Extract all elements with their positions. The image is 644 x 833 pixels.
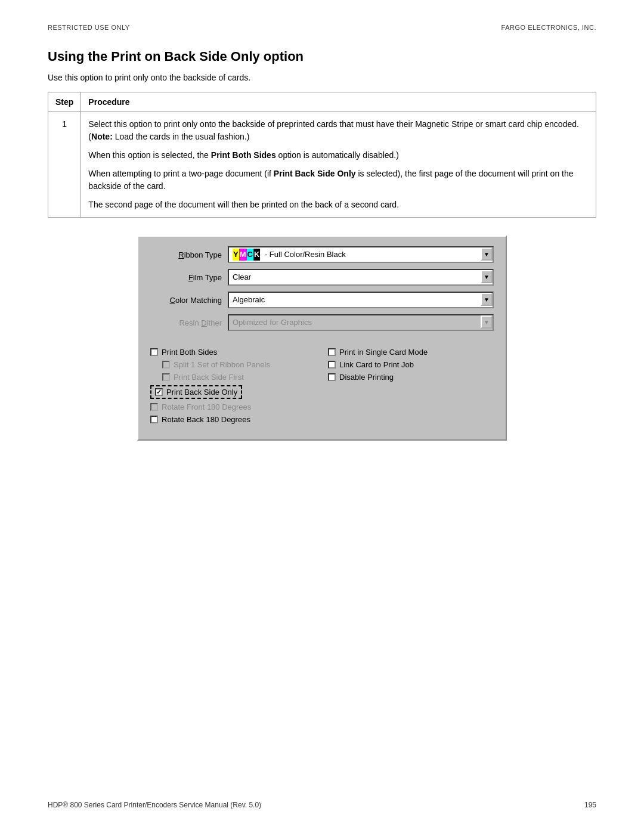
print-both-sides-row: Print Both Sides xyxy=(150,348,316,357)
dialog-panel: Ribbon Type YMCK - Full Color/Resin Blac… xyxy=(137,236,507,441)
split-ribbon-row: Split 1 Set of Ribbon Panels xyxy=(150,360,316,369)
ribbon-type-row: Ribbon Type YMCK - Full Color/Resin Blac… xyxy=(150,246,494,263)
rotate-front-label: Rotate Front 180 Degrees xyxy=(162,402,251,411)
rotate-back-label: Rotate Back 180 Degrees xyxy=(162,415,250,424)
print-back-only-label: Print Back Side Only xyxy=(166,388,237,397)
print-back-only-checkbox[interactable] xyxy=(155,388,163,396)
print-back-only-row: Print Back Side Only xyxy=(150,385,316,399)
disable-printing-row: Disable Printing xyxy=(328,373,494,382)
table-row: 1 Select this option to print only onto … xyxy=(48,112,596,218)
ribbon-type-dropdown[interactable]: YMCK - Full Color/Resin Black ▼ xyxy=(228,246,494,263)
checkboxes-section: Print Both Sides Split 1 Set of Ribbon P… xyxy=(150,348,494,428)
disable-printing-label: Disable Printing xyxy=(339,373,394,382)
ribbon-type-arrow[interactable]: ▼ xyxy=(481,247,493,261)
resin-dither-arrow[interactable]: ▼ xyxy=(481,315,493,329)
single-card-mode-row: Print in Single Card Mode xyxy=(328,348,494,357)
header-right: Fargo Electronics, Inc. xyxy=(501,24,596,31)
print-both-sides-label: Print Both Sides xyxy=(162,348,217,357)
ribbon-ymck-icon: YMCK xyxy=(233,249,260,261)
footer-left: HDP® 800 Series Card Printer/Encoders Se… xyxy=(48,801,261,809)
footer-right: 195 xyxy=(584,801,596,809)
film-type-label: Film Type xyxy=(150,273,228,282)
resin-dither-value: Optimized for Graphics xyxy=(229,315,481,330)
print-back-first-row: Print Back Side First xyxy=(150,373,316,382)
print-back-first-label: Print Back Side First xyxy=(174,373,244,382)
single-card-mode-label: Print in Single Card Mode xyxy=(339,348,428,357)
color-matching-label: Color Matching xyxy=(150,296,228,305)
color-matching-dropdown[interactable]: Algebraic ▼ xyxy=(228,292,494,308)
step-para-1: Select this option to print only onto th… xyxy=(88,118,589,143)
procedure-table: Step Procedure 1 Select this option to p… xyxy=(48,92,596,218)
color-matching-value: Algebraic xyxy=(229,293,481,307)
single-card-mode-checkbox[interactable] xyxy=(328,348,336,356)
intro-text: Use this option to print only onto the b… xyxy=(48,73,596,82)
rotate-front-row: Rotate Front 180 Degrees xyxy=(150,402,316,411)
split-ribbon-checkbox[interactable] xyxy=(162,361,170,368)
color-matching-row: Color Matching Algebraic ▼ xyxy=(150,292,494,308)
link-card-label: Link Card to Print Job xyxy=(339,360,414,369)
rotate-back-row: Rotate Back 180 Degrees xyxy=(150,415,316,424)
color-matching-arrow[interactable]: ▼ xyxy=(481,293,493,306)
col-step: Step xyxy=(48,92,81,112)
step-content: Select this option to print only onto th… xyxy=(81,112,596,218)
print-back-only-highlighted: Print Back Side Only xyxy=(150,385,242,399)
rotate-back-checkbox[interactable] xyxy=(150,416,158,423)
step-para-2: When this option is selected, the Print … xyxy=(88,149,589,162)
film-type-row: Film Type Clear ▼ xyxy=(150,269,494,286)
print-back-first-checkbox[interactable] xyxy=(162,373,170,381)
resin-dither-dropdown[interactable]: Optimized for Graphics ▼ xyxy=(228,314,494,331)
resin-dither-row: Resin Dither Optimized for Graphics ▼ xyxy=(150,314,494,331)
ribbon-type-label: Ribbon Type xyxy=(150,250,228,259)
disable-printing-checkbox[interactable] xyxy=(328,373,336,381)
rotate-front-checkbox[interactable] xyxy=(150,403,158,411)
link-card-row: Link Card to Print Job xyxy=(328,360,494,369)
resin-dither-label: Resin Dither xyxy=(150,318,228,327)
checkboxes-right: Print in Single Card Mode Link Card to P… xyxy=(328,348,494,428)
link-card-checkbox[interactable] xyxy=(328,361,336,368)
page-title: Using the Print on Back Side Only option xyxy=(48,49,596,64)
page-header: RESTRICTED USE ONLY Fargo Electronics, I… xyxy=(48,24,596,31)
page: RESTRICTED USE ONLY Fargo Electronics, I… xyxy=(0,0,644,833)
page-footer: HDP® 800 Series Card Printer/Encoders Se… xyxy=(48,801,596,809)
col-procedure: Procedure xyxy=(81,92,596,112)
step-para-4: The second page of the document will the… xyxy=(88,199,589,211)
step-para-3: When attempting to print a two-page docu… xyxy=(88,168,589,193)
step-number: 1 xyxy=(48,112,81,218)
header-left: RESTRICTED USE ONLY xyxy=(48,24,130,31)
film-type-dropdown[interactable]: Clear ▼ xyxy=(228,269,494,286)
film-type-value: Clear xyxy=(229,270,481,284)
print-both-sides-checkbox[interactable] xyxy=(150,348,158,356)
split-ribbon-label: Split 1 Set of Ribbon Panels xyxy=(174,360,270,369)
checkboxes-left: Print Both Sides Split 1 Set of Ribbon P… xyxy=(150,348,316,428)
ribbon-type-value: YMCK - Full Color/Resin Black xyxy=(229,247,481,262)
film-type-arrow[interactable]: ▼ xyxy=(481,270,493,283)
